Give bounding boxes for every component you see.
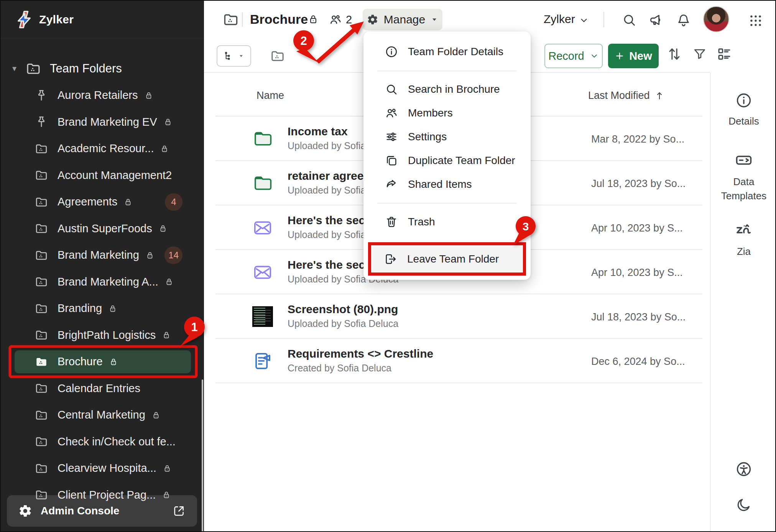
share-arrow-icon <box>385 178 398 191</box>
lock-icon <box>164 277 174 286</box>
sidebar-item-agreements[interactable]: Agreements 4 <box>1 189 204 215</box>
team-folders-header[interactable]: ▾ Team Folders <box>1 57 204 80</box>
breadcrumb-folder-icon <box>222 11 239 28</box>
sidebar-item-central-marketing[interactable]: Central Marketing <box>1 402 204 429</box>
pin-icon <box>35 89 48 102</box>
data-templates-tab[interactable]: Data Templates <box>711 151 776 203</box>
green-folder-icon <box>252 173 273 194</box>
app-grid-icon[interactable] <box>748 13 763 28</box>
menu-item-search-in-brochure[interactable]: Search in Brochure <box>363 77 531 101</box>
chevron-down-icon[interactable] <box>579 15 589 25</box>
zia-icon <box>734 220 753 239</box>
menu-item-team-folder-details[interactable]: Team Folder Details <box>363 40 531 64</box>
announcements-icon[interactable] <box>649 13 663 27</box>
search-icon[interactable] <box>622 13 636 27</box>
table-row-requirements-crestline[interactable]: Requirements <> Crestline Created by Sof… <box>215 339 702 383</box>
accessibility-icon <box>735 461 752 478</box>
menu-item-leave-team-folder[interactable]: Leave Team Folder <box>368 242 526 276</box>
sidebar-item-label: Brand Marketing A... <box>58 276 158 288</box>
sidebar-item-brand-marketing-ev[interactable]: Brand Marketing EV <box>1 109 204 136</box>
sidebar-item-label: Brand Marketing <box>58 249 139 261</box>
sidebar-item-aurora-retailers[interactable]: Aurora Retailers <box>1 82 204 109</box>
team-folder-list: Aurora Retailers Brand Marketing EV Acad… <box>1 82 204 508</box>
sidebar-item-account-management2[interactable]: Account Management2 <box>1 162 204 189</box>
new-button[interactable]: New <box>608 44 659 68</box>
sidebar-item-clearview-hospital[interactable]: Clearview Hospita... <box>1 455 204 482</box>
folder-icon[interactable] <box>270 48 285 64</box>
settings-sliders-icon <box>385 130 398 143</box>
manage-dropdown-menu: Team Folder Details Search in Brochure M… <box>363 31 531 280</box>
last-modified-label: Last Modified <box>588 90 650 102</box>
lock-icon <box>151 410 161 420</box>
page-title: Brochure <box>250 12 308 27</box>
file-modified: Jul 18, 2023 by So... <box>591 311 686 323</box>
table-row-screenshot-png[interactable]: Screenshot (80).png Uploaded by Sofia De… <box>215 294 702 339</box>
sidebar-item-brochure-selected[interactable]: Brochure <box>1 348 204 375</box>
collapse-caret-icon[interactable]: ▾ <box>12 64 25 74</box>
menu-item-shared-items[interactable]: Shared Items <box>363 172 531 196</box>
lock-icon <box>163 117 173 126</box>
members-icon[interactable] <box>329 13 342 26</box>
folder-icon <box>35 142 48 156</box>
org-switcher[interactable]: Zylker <box>544 13 575 26</box>
sidebar-item-label: Brand Marketing EV <box>58 116 157 128</box>
lock-icon <box>163 464 172 473</box>
sidebar-item-check-in-check-out[interactable]: Check in/Check out fe... <box>1 429 204 455</box>
filter-icon[interactable] <box>692 47 707 61</box>
app-window: Zylker ▾ Team Folders Aurora Retailers B… <box>0 0 776 532</box>
menu-item-label: Members <box>408 107 453 119</box>
sidebar-item-academic-resources[interactable]: Academic Resour... <box>1 135 204 162</box>
menu-item-duplicate-team-folder[interactable]: Duplicate Team Folder <box>363 149 531 172</box>
right-panel-rail: Details Data Templates Zia <box>711 73 776 532</box>
sidebar-item-label: Academic Resour... <box>58 142 154 155</box>
data-templates-label: Data Templates <box>713 175 774 203</box>
lock-icon <box>144 91 153 100</box>
dark-mode-button[interactable] <box>711 497 776 513</box>
file-subtitle: Created by Sofia Deluca <box>288 363 391 374</box>
sidebar-item-label: Aurora Retailers <box>58 89 138 102</box>
members-count[interactable]: 2 <box>346 13 352 26</box>
file-subtitle: Uploaded by Sofia Deluca <box>288 318 398 329</box>
record-button[interactable]: Record <box>544 44 603 68</box>
sort-icon[interactable] <box>666 46 682 62</box>
sidebar-item-label: Check in/Check out fe... <box>58 435 176 448</box>
accessibility-button[interactable] <box>711 461 776 478</box>
manage-label: Manage <box>384 13 425 26</box>
sidebar-item-branding[interactable]: Branding <box>1 295 204 322</box>
sidebar-item-brightpath-logistics[interactable]: BrightPath Logistics <box>1 322 204 349</box>
leave-exit-icon <box>384 253 397 266</box>
email-icon <box>252 262 273 282</box>
file-name: Here's the secu <box>288 258 372 271</box>
menu-item-members[interactable]: Members <box>363 101 531 125</box>
sidebar-item-label: BrightPath Logistics <box>58 329 156 342</box>
zia-label: Zia <box>737 245 751 259</box>
sidebar-item-label: Clearview Hospita... <box>58 462 156 475</box>
menu-item-label: Leave Team Folder <box>407 253 499 265</box>
file-modified: Apr 10, 2023 by S... <box>591 222 683 234</box>
sidebar-scrollbar[interactable] <box>202 379 203 532</box>
sidebar-item-austin-superfoods[interactable]: Austin SuperFoods <box>1 215 204 242</box>
menu-item-label: Shared Items <box>408 178 472 190</box>
column-header-last-modified[interactable]: Last Modified <box>588 90 664 102</box>
list-detail-view-icon[interactable] <box>716 46 732 62</box>
menu-item-label: Settings <box>408 131 447 143</box>
notifications-bell-icon[interactable] <box>676 13 691 27</box>
sidebar-item-brand-marketing-a[interactable]: Brand Marketing A... <box>1 269 204 296</box>
details-tab[interactable]: Details <box>711 92 776 128</box>
file-name: Income tax <box>288 125 348 138</box>
team-folders-label: Team Folders <box>50 62 122 76</box>
menu-item-settings[interactable]: Settings <box>363 125 531 149</box>
sidebar-item-label: Calendar Entries <box>58 382 140 395</box>
sidebar-item-calendar-entries[interactable]: Calendar Entries <box>1 375 204 402</box>
data-templates-icon <box>735 151 753 169</box>
menu-item-trash[interactable]: Trash <box>363 210 531 234</box>
folder-icon <box>35 302 48 315</box>
user-avatar[interactable] <box>703 6 729 32</box>
manage-button[interactable]: Manage <box>363 9 442 30</box>
folder-icon <box>35 275 48 289</box>
sidebar-item-brand-marketing[interactable]: Brand Marketing 14 <box>1 242 204 269</box>
menu-item-label: Team Folder Details <box>408 46 503 58</box>
column-header-name[interactable]: Name <box>256 90 284 102</box>
zia-tab[interactable]: Zia <box>711 220 776 259</box>
view-mode-button[interactable] <box>217 45 251 67</box>
